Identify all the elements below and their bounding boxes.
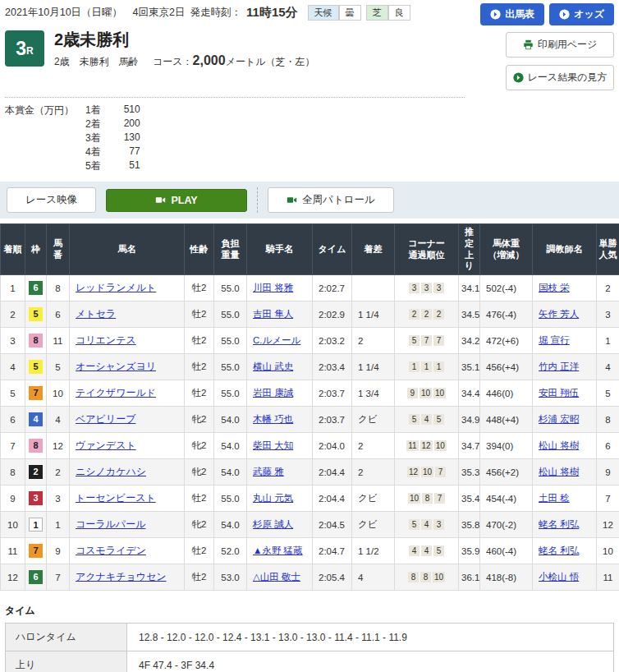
trainer-name-link[interactable]: 小桧山 悟 (539, 572, 579, 582)
jockey-name-link[interactable]: 武藤 雅 (253, 467, 284, 476)
jockey-name-link[interactable]: 横山 武史 (253, 361, 293, 371)
trainer-name-link[interactable]: 国枝 栄 (539, 283, 570, 292)
time-row-value: 4F 47.4 - 3F 34.4 (127, 651, 614, 672)
trainer-name-link[interactable]: 松山 将樹 (539, 467, 579, 476)
horse-name-link[interactable]: アクナキチョウセン (76, 571, 167, 582)
horse-name-link[interactable]: コーラルパール (76, 518, 145, 530)
column-header: 騎手名 (247, 224, 313, 275)
finish-time: 2:05.4 (313, 564, 352, 591)
horse-name-link[interactable]: テイクザワールド (76, 387, 156, 398)
sex-age: 牝2 (185, 512, 214, 538)
horse-weight: 472(+6) (480, 328, 533, 354)
jockey-cell: 杉原 誠人 (247, 512, 313, 538)
jockey-name-link[interactable]: C.ルメール (253, 335, 300, 345)
jockey-name-link[interactable]: 杉原 誠人 (253, 519, 293, 529)
corner-position-box: 11 (406, 440, 418, 451)
horse-name-link[interactable]: ヴァンデスト (76, 440, 136, 451)
horse-number: 5 (47, 354, 70, 380)
jockey-name-link[interactable]: △山田 敬士 (253, 572, 300, 582)
finish-time: 2:04.4 (313, 459, 352, 486)
frame-cell: 8 (25, 433, 47, 459)
last-3f: 35.1 (459, 354, 480, 380)
jockey-name-link[interactable]: 川田 将雅 (253, 283, 293, 292)
carried-weight: 53.0 (214, 564, 247, 591)
horse-weight: 502(-4) (480, 275, 533, 301)
jockey-name-link[interactable]: 岩田 康誠 (253, 388, 293, 398)
jockey-cell: 木幡 巧也 (247, 407, 313, 433)
horse-name-cell: テイクザワールド (70, 380, 185, 407)
frame-number-badge: 8 (29, 334, 43, 348)
last-3f: 34.1 (459, 275, 480, 301)
entries-button[interactable]: 出馬表 (480, 3, 544, 25)
jockey-name-link[interactable]: ▲永野 猛蔵 (253, 545, 303, 555)
race-date-line: 2021年10月10日（日曜） 4回東京2日 発走時刻： 11時15分 天候 曇… (5, 3, 410, 21)
results-guide-button[interactable]: レース結果の見方 (506, 65, 614, 90)
race-video-label: レース映像 (25, 193, 77, 207)
corner-position-box: 8 (408, 572, 419, 582)
trainer-name-link[interactable]: 土田 稔 (539, 493, 570, 503)
horse-name-link[interactable]: ニシノカケハシ (76, 466, 146, 477)
patrol-video-button[interactable]: 全周パトロール (268, 187, 394, 213)
time-row: 上り4F 47.4 - 3F 34.4 (6, 651, 614, 672)
horse-weight: 418(-8) (480, 564, 533, 591)
table-row: 933トーセンビースト牡255.0丸山 元気2:04.4クビ108735.445… (1, 486, 619, 512)
corner-positions: 1087 (395, 486, 459, 512)
horse-weight: 456(+2) (480, 459, 533, 486)
trainer-cell: 国枝 栄 (533, 275, 597, 301)
frame-number-badge: 8 (29, 439, 43, 453)
play-button[interactable]: PLAY (106, 189, 247, 212)
print-page-button[interactable]: 印刷用ページ (506, 32, 614, 58)
race-video-button[interactable]: レース映像 (7, 187, 96, 213)
odds-button[interactable]: オッズ (549, 3, 614, 25)
finish-time: 2:03.7 (313, 380, 352, 407)
jockey-name-link[interactable]: 木幡 巧也 (253, 414, 293, 424)
prize-amount: 77 (116, 145, 140, 159)
horse-number: 3 (47, 486, 70, 512)
jockey-name-link[interactable]: 吉田 隼人 (253, 309, 293, 319)
carried-weight: 54.0 (214, 512, 247, 538)
margin: 2 (352, 433, 395, 459)
horse-name-link[interactable]: メトセラ (76, 308, 116, 320)
video-camera-icon (287, 195, 297, 205)
trainer-name-link[interactable]: 松山 将樹 (539, 440, 579, 450)
horse-name-link[interactable]: ベアビリーブ (76, 413, 135, 425)
race-info: 3R 2歳未勝利 2歳 未勝利 馬齢 コース：2,000メートル（芝・左） (5, 30, 314, 90)
prize-place: 5着 (85, 159, 101, 173)
corner-position-box: 12 (407, 467, 420, 477)
corner-positions: 111210 (395, 433, 459, 459)
corner-positions: 111 (395, 354, 459, 380)
corner-position-box: 8 (420, 572, 431, 582)
jockey-name-link[interactable]: 丸山 元気 (253, 493, 293, 503)
trainer-name-link[interactable]: 蛯名 利弘 (539, 519, 579, 529)
trainer-name-link[interactable]: 安田 翔伍 (539, 388, 579, 398)
carried-weight: 55.0 (214, 328, 247, 354)
last-3f: 36.1 (459, 564, 480, 591)
win-popularity: 4 (597, 354, 619, 380)
column-header: 調教師名 (533, 224, 597, 275)
trainer-name-link[interactable]: 杉浦 宏昭 (539, 414, 579, 424)
horse-name-link[interactable]: レッドランメルト (76, 282, 156, 293)
trainer-name-link[interactable]: 堀 宣行 (539, 335, 570, 345)
horse-number: 11 (47, 328, 70, 354)
horse-name-link[interactable]: トーセンビースト (76, 492, 156, 504)
corner-position-box: 10 (434, 440, 447, 451)
horse-name-cell: ベアビリーブ (70, 407, 185, 433)
finish-time: 2:04.5 (313, 512, 352, 538)
jockey-name-link[interactable]: 柴田 大知 (253, 440, 293, 450)
trainer-name-link[interactable]: 竹内 正洋 (539, 361, 579, 371)
sex-age: 牡2 (185, 301, 214, 328)
trainer-cell: 蛯名 利弘 (533, 512, 597, 538)
horse-name-link[interactable]: コリエンテス (76, 334, 136, 346)
trainer-name-link[interactable]: 蛯名 利弘 (539, 545, 579, 555)
trainer-name-link[interactable]: 矢作 芳人 (539, 309, 579, 319)
horse-name-link[interactable]: オーシャンズヨリ (76, 361, 156, 372)
horse-name-link[interactable]: コスモライデン (76, 545, 146, 556)
patrol-video-label: 全周パトロール (302, 193, 375, 207)
time-section-title: タイム (5, 604, 614, 618)
corner-position-box: 10 (408, 493, 420, 504)
horse-name-cell: レッドランメルト (70, 275, 185, 301)
printer-icon (523, 39, 534, 50)
horse-weight: 446(0) (480, 380, 533, 407)
table-row: 822ニシノカケハシ牝254.0武藤 雅2:04.421210735.3456(… (1, 459, 619, 486)
trainer-cell: 松山 将樹 (533, 459, 597, 486)
